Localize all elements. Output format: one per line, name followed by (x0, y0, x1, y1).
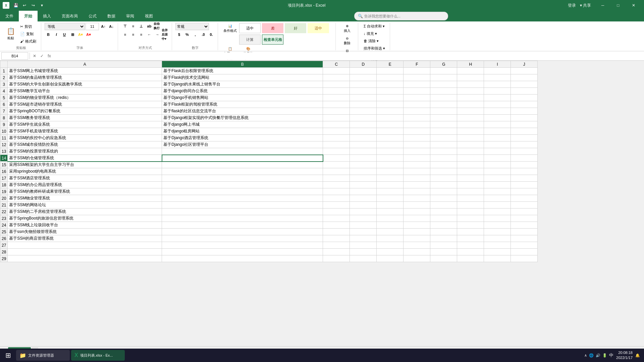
cell-a27[interactable] (8, 242, 162, 249)
customize-quick-access-button[interactable]: ▾ (38, 2, 46, 9)
cell-g6[interactable] (430, 101, 457, 108)
cell-d10[interactable] (350, 128, 377, 135)
cell-g8[interactable] (430, 115, 457, 121)
row-number[interactable]: 13 (0, 148, 8, 155)
cell-e9[interactable] (377, 121, 404, 128)
minimize-button[interactable]: ─ (595, 0, 610, 11)
cell-d13[interactable] (350, 148, 377, 155)
corner-header[interactable] (0, 61, 8, 68)
normal-style[interactable]: 适中 (239, 23, 261, 33)
row-number[interactable]: 23 (0, 215, 8, 222)
cell-j2[interactable] (511, 74, 538, 81)
increase-decimal-button[interactable]: .0 (200, 31, 207, 38)
cell-a5[interactable]: 基于SSM的物业管理系统（redis） (8, 95, 162, 101)
cell-i23[interactable] (484, 215, 511, 222)
cell-a24[interactable]: 基于SSM线上垃圾回收平台 (8, 222, 162, 229)
cell-d28[interactable] (350, 249, 377, 255)
cell-c2[interactable] (323, 74, 350, 81)
cell-b28[interactable] (162, 249, 323, 255)
align-top-button[interactable]: ⊤ (121, 23, 129, 29)
cell-d27[interactable] (350, 242, 377, 249)
cell-h23[interactable] (457, 215, 484, 222)
bad-style[interactable]: 差 (262, 23, 283, 33)
cell-a26[interactable]: 基于SSH的商店管理系统 (8, 235, 162, 242)
row-number[interactable]: 17 (0, 175, 8, 182)
col-header-g[interactable]: G (430, 61, 457, 68)
cell-d1[interactable] (350, 68, 377, 74)
cell-f24[interactable] (404, 222, 430, 229)
cell-h27[interactable] (457, 242, 484, 249)
cell-d26[interactable] (350, 235, 377, 242)
cell-e8[interactable] (377, 115, 404, 121)
cell-f8[interactable] (404, 115, 430, 121)
row-number[interactable]: 5 (0, 95, 8, 101)
col-header-a[interactable]: A (8, 61, 162, 68)
insert-function-button[interactable]: fx (46, 53, 53, 59)
paste-button[interactable]: 📋 粘贴 (4, 26, 17, 42)
cell-c5[interactable] (323, 95, 350, 101)
cell-g18[interactable] (430, 182, 457, 188)
border-button[interactable]: ⊞ (69, 31, 76, 38)
row-number[interactable]: 3 (0, 81, 8, 88)
cell-j3[interactable] (511, 81, 538, 88)
align-left-button[interactable]: ≡ (121, 31, 129, 38)
cell-j15[interactable] (511, 162, 538, 168)
cell-f13[interactable] (404, 148, 430, 155)
font-size-decrease-button[interactable]: A↓ (108, 23, 115, 30)
row-number[interactable]: 11 (0, 135, 8, 141)
cell-g10[interactable] (430, 128, 457, 135)
cell-b3[interactable]: 基于Django的水果线上销售平台 (162, 81, 323, 88)
cell-b9[interactable]: 基于django网上书城 (162, 121, 323, 128)
cell-reference-box[interactable]: B14 (1, 52, 28, 60)
cell-d4[interactable] (350, 88, 377, 95)
cell-b27[interactable] (162, 242, 323, 249)
cell-h25[interactable] (457, 229, 484, 235)
cell-j18[interactable] (511, 182, 538, 188)
cell-f5[interactable] (404, 95, 430, 101)
comma-button[interactable]: , (192, 31, 199, 38)
cell-f18[interactable] (404, 182, 430, 188)
cell-e27[interactable] (377, 242, 404, 249)
cell-j6[interactable] (511, 101, 538, 108)
tab-review[interactable]: 审阅 (121, 11, 140, 21)
cell-b23[interactable] (162, 215, 323, 222)
col-header-c[interactable]: C (323, 61, 350, 68)
cell-j22[interactable] (511, 208, 538, 215)
search-input[interactable] (364, 14, 431, 18)
cell-h20[interactable] (457, 195, 484, 202)
cell-c7[interactable] (323, 108, 350, 115)
cut-button[interactable]: ✂剪切 (18, 23, 38, 30)
volume-icon[interactable]: 🔊 (596, 353, 600, 358)
font-size-input[interactable] (86, 23, 99, 30)
cell-j23[interactable] (511, 215, 538, 222)
row-number[interactable]: 22 (0, 208, 8, 215)
font-name-select[interactable]: 等线 (45, 23, 85, 30)
cell-g26[interactable] (430, 235, 457, 242)
cell-g20[interactable] (430, 195, 457, 202)
time-display[interactable]: 20:08:18 2022/1/17 (616, 350, 633, 361)
cell-a13[interactable]: 基于SSM的投票管理系统的 (8, 148, 162, 155)
cell-j25[interactable] (511, 229, 538, 235)
cell-b18[interactable] (162, 182, 323, 188)
cell-i11[interactable] (484, 135, 511, 141)
font-color-button[interactable]: A▾ (85, 31, 92, 38)
cell-b2[interactable]: 基于Flask的技术交流网站 (162, 74, 323, 81)
orientation-button[interactable]: ab (146, 23, 153, 29)
cell-f4[interactable] (404, 88, 430, 95)
cell-c18[interactable] (323, 182, 350, 188)
cell-g3[interactable] (430, 81, 457, 88)
cell-i15[interactable] (484, 162, 511, 168)
confirm-formula-button[interactable]: ✓ (39, 53, 45, 59)
cell-j12[interactable] (511, 141, 538, 148)
cell-j8[interactable] (511, 115, 538, 121)
cell-g23[interactable] (430, 215, 457, 222)
cell-i3[interactable] (484, 81, 511, 88)
cell-e3[interactable] (377, 81, 404, 88)
align-bottom-button[interactable]: ⊥ (138, 23, 145, 29)
cell-b29[interactable] (162, 255, 323, 262)
cell-b26[interactable] (162, 235, 323, 242)
cell-a10[interactable]: 基于SSM手机卖场管理系统 (8, 128, 162, 135)
cell-b4[interactable]: 基于django协同办公系统 (162, 88, 323, 95)
cell-h13[interactable] (457, 148, 484, 155)
cell-h3[interactable] (457, 81, 484, 88)
